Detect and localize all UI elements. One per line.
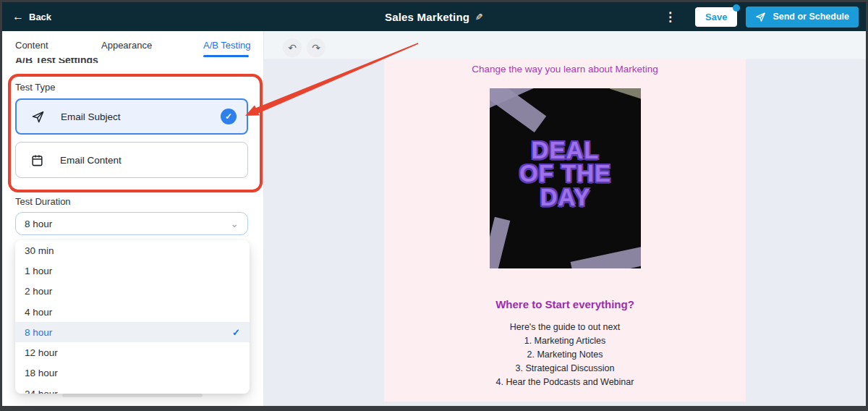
tab-ab-testing[interactable]: A/B Testing xyxy=(203,40,251,51)
option-label: Email Subject xyxy=(61,111,121,122)
test-duration-select[interactable]: 8 hour ⌄ xyxy=(15,212,248,235)
calendar-icon xyxy=(30,153,44,167)
back-button[interactable]: ← Back xyxy=(12,11,51,22)
tape-decoration xyxy=(571,244,641,268)
option-label: Email Content xyxy=(60,155,122,166)
email-body-preview[interactable]: Change the way you learn about Marketing… xyxy=(384,59,746,402)
test-duration-value: 8 hour xyxy=(25,219,52,229)
tape-decoration xyxy=(490,217,510,268)
email-preview-canvas: ↶ ↷ Change the way you learn about Marke… xyxy=(264,31,866,406)
app-window: ← Back Sales Marketing ✎ ⋮ Save Send or … xyxy=(0,0,868,411)
test-type-option-email-subject[interactable]: Email Subject ✓ xyxy=(15,98,248,135)
duration-option-30min[interactable]: 30 min xyxy=(15,240,250,260)
save-button[interactable]: Save xyxy=(695,7,737,27)
check-icon: ✓ xyxy=(232,327,240,338)
body-line: Here's the guide to out next xyxy=(384,321,746,334)
back-label: Back xyxy=(29,12,51,22)
send-icon xyxy=(755,12,766,22)
tape-decoration xyxy=(610,88,641,102)
more-options-icon[interactable]: ⋮ xyxy=(664,9,676,25)
redo-button[interactable]: ↷ xyxy=(307,38,326,57)
poster-text: DEAL OF THE DAY xyxy=(519,139,611,209)
duration-option-12hour[interactable]: 12 hour xyxy=(15,342,250,363)
duration-option-2hour[interactable]: 2 hour xyxy=(15,281,250,302)
back-arrow-icon: ← xyxy=(12,11,24,22)
tab-appearance[interactable]: Appearance xyxy=(101,40,152,51)
body-line: 4. Hear the Podcasts and Webinar xyxy=(384,376,746,389)
page-title: Sales Marketing xyxy=(385,11,469,23)
chevron-down-icon: ⌄ xyxy=(230,220,239,227)
header-actions: ⋮ Save Send or Schedule xyxy=(664,7,859,27)
test-type-label: Test Type xyxy=(15,82,55,93)
tab-bar: Content Appearance A/B Testing xyxy=(2,31,263,58)
active-tab-underline xyxy=(203,55,249,57)
test-duration-label: Test Duration xyxy=(15,196,71,207)
tab-content[interactable]: Content xyxy=(15,40,48,51)
body-line: 3. Strategical Discussion xyxy=(384,362,746,376)
top-header: ← Back Sales Marketing ✎ ⋮ Save Send or … xyxy=(2,2,866,31)
body-line: 2. Marketing Notes xyxy=(384,348,746,362)
undo-button[interactable]: ↶ xyxy=(283,38,302,57)
duration-option-8hour[interactable]: 8 hour ✓ xyxy=(15,322,250,342)
test-duration-dropdown: 30 min 1 hour 2 hour 4 hour 8 hour ✓ 12 … xyxy=(15,240,250,394)
duration-option-4hour[interactable]: 4 hour xyxy=(15,302,250,322)
body-line: 1. Marketing Articles xyxy=(384,334,746,348)
deal-of-the-day-image: DEAL OF THE DAY xyxy=(490,88,641,268)
send-icon xyxy=(31,110,45,124)
send-or-schedule-button[interactable]: Send or Schedule xyxy=(746,7,859,27)
email-headline: Change the way you learn about Marketing xyxy=(384,64,746,75)
settings-sidebar: A/B Test Settings Content Appearance A/B… xyxy=(2,31,264,406)
duration-option-24hour[interactable]: 24 hour xyxy=(15,384,250,394)
duration-option-1hour[interactable]: 1 hour xyxy=(15,260,250,281)
email-body-text: Here's the guide to out next 1. Marketin… xyxy=(384,321,746,389)
duration-option-18hour[interactable]: 18 hour xyxy=(15,363,250,384)
email-section-title: Where to Start everything? xyxy=(384,298,746,310)
send-label: Send or Schedule xyxy=(773,12,849,22)
campaign-title-wrap: Sales Marketing ✎ xyxy=(385,11,483,23)
edit-title-icon[interactable]: ✎ xyxy=(475,12,483,22)
test-type-option-email-content[interactable]: Email Content xyxy=(15,142,248,178)
selected-check-icon: ✓ xyxy=(221,109,237,124)
horizontal-scrollbar[interactable] xyxy=(62,394,203,397)
